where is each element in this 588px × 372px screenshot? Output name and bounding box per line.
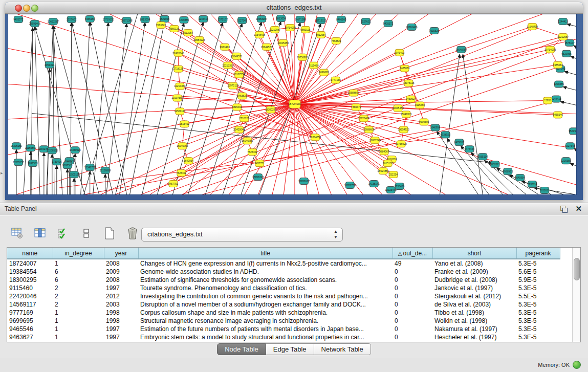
graph-node[interactable]: 15649571 bbox=[231, 53, 242, 59]
select-column-icon[interactable] bbox=[33, 227, 48, 240]
graph-node[interactable]: 16524851 bbox=[378, 168, 389, 174]
column-header-title[interactable]: title bbox=[138, 248, 393, 259]
graph-node[interactable]: 16046756 bbox=[177, 143, 188, 149]
graph-node[interactable]: 13975115 bbox=[227, 82, 238, 89]
graph-node[interactable]: 7663822 bbox=[331, 37, 341, 44]
graph-node[interactable]: 13505155 bbox=[69, 171, 80, 178]
column-header-pagerank[interactable]: pagerank bbox=[516, 248, 560, 259]
graph-node[interactable]: 19384554 bbox=[310, 134, 321, 141]
graph-node[interactable]: 7832621 bbox=[539, 187, 550, 194]
graph-node[interactable]: 10688609 bbox=[363, 126, 375, 133]
graph-node[interactable]: 15649571 bbox=[261, 43, 272, 50]
graph-node[interactable]: 12213363 bbox=[174, 83, 185, 90]
table-row[interactable]: 1830029562008Estimation of significance … bbox=[7, 276, 560, 284]
column-header-year[interactable]: year bbox=[104, 248, 138, 259]
graph-node[interactable]: 1575107 bbox=[218, 16, 228, 23]
graph-node[interactable]: 25205150 bbox=[11, 143, 22, 149]
graph-node[interactable]: 16671388 bbox=[121, 17, 133, 24]
graph-node[interactable]: 21156869 bbox=[25, 145, 36, 151]
graph-node[interactable]: 8912954 bbox=[316, 31, 326, 38]
graph-node[interactable]: 7832621 bbox=[490, 161, 500, 168]
graph-node[interactable]: 9973493 bbox=[220, 43, 230, 50]
graph-node[interactable]: 22420046 bbox=[172, 50, 184, 56]
graph-node[interactable]: 12212987 bbox=[557, 33, 569, 40]
graph-node[interactable]: 8466160 bbox=[336, 16, 346, 23]
graph-node[interactable]: 9097583 bbox=[62, 162, 73, 169]
graph-node[interactable]: 10958107 bbox=[298, 178, 310, 185]
tab-node-table[interactable]: Node Table bbox=[217, 343, 266, 355]
tab-edge-table[interactable]: Edge Table bbox=[266, 343, 314, 355]
graph-node[interactable]: 18807249 bbox=[369, 137, 381, 144]
graph-node[interactable]: 1527602 bbox=[361, 18, 371, 25]
graph-node[interactable]: 10025453 bbox=[277, 39, 289, 46]
graph-node[interactable]: 9660125 bbox=[300, 26, 311, 33]
graph-node[interactable]: 9815492 bbox=[232, 104, 243, 111]
graph-node[interactable]: 9405572 bbox=[13, 16, 24, 23]
graph-node[interactable]: 1209385 bbox=[554, 81, 564, 87]
graph-node[interactable]: 22420046 bbox=[233, 126, 245, 133]
table-row[interactable]: 911546021997Tourette syndrome. Phenomeno… bbox=[7, 284, 560, 292]
graph-node[interactable]: 21156869 bbox=[100, 167, 111, 174]
graph-node[interactable]: 20206535 bbox=[47, 147, 58, 154]
graph-node[interactable]: 19734093 bbox=[285, 24, 296, 31]
graph-node[interactable]: 9777169 bbox=[331, 77, 341, 83]
graph-node[interactable]: 10107554 bbox=[233, 71, 245, 78]
graph-node[interactable]: 9227343 bbox=[565, 143, 575, 149]
graph-node[interactable]: 1640954 bbox=[515, 174, 526, 181]
graph-node[interactable]: 11548408 bbox=[254, 31, 265, 38]
graph-node[interactable]: 9660125 bbox=[169, 25, 180, 32]
graph-node[interactable]: 13505155 bbox=[13, 159, 24, 166]
graph-node[interactable]: 1244413 bbox=[551, 96, 561, 102]
graph-node[interactable]: 2718126 bbox=[173, 65, 184, 72]
graph-node[interactable]: 1615132 bbox=[383, 160, 393, 167]
graph-node[interactable]: 9699695 bbox=[319, 69, 329, 76]
close-panel-icon[interactable]: ✕ bbox=[575, 204, 582, 213]
graph-node[interactable]: 9405572 bbox=[383, 20, 394, 27]
graph-node[interactable]: 2935114 bbox=[528, 181, 537, 188]
graph-node[interactable]: 7663822 bbox=[156, 21, 166, 28]
graph-node[interactable]: 1209385 bbox=[179, 16, 189, 23]
graph-node[interactable]: 9529966 bbox=[160, 15, 170, 22]
graph-node[interactable]: 9815492 bbox=[180, 121, 190, 127]
graph-node[interactable]: 1209385 bbox=[561, 158, 571, 164]
graph-node[interactable]: 7485083 bbox=[553, 61, 563, 68]
graph-node[interactable]: 16782759 bbox=[344, 182, 356, 189]
collapse-arrow-icon[interactable]: ▸ bbox=[1, 170, 3, 176]
citation-network-graph[interactable]: 9405572206914061065328715276028466160107… bbox=[8, 14, 576, 194]
graph-node[interactable]: 8813054 bbox=[140, 16, 150, 23]
column-header-short[interactable]: short bbox=[432, 248, 516, 259]
graph-node[interactable]: 16648784 bbox=[455, 46, 467, 53]
graph-node[interactable]: 8466160 bbox=[85, 15, 95, 22]
graph-node[interactable]: 9457751 bbox=[254, 160, 265, 167]
graph-node[interactable]: 19654923 bbox=[193, 36, 205, 43]
graph-node[interactable]: 9457751 bbox=[168, 181, 179, 187]
graph-node[interactable]: 13975115 bbox=[403, 80, 415, 86]
graph-node[interactable]: 19756928 bbox=[396, 141, 407, 147]
graph-node[interactable]: 7386372 bbox=[351, 104, 361, 111]
graph-node[interactable]: 9097583 bbox=[28, 160, 38, 167]
graph-node[interactable]: 18724007 bbox=[288, 100, 302, 108]
graph-node[interactable]: 14569117 bbox=[175, 108, 186, 115]
column-header-in_degree[interactable]: in_degree bbox=[53, 248, 104, 259]
graph-node[interactable]: 1733426 bbox=[395, 183, 405, 190]
new-table-icon[interactable] bbox=[102, 227, 117, 240]
column-header-out_de[interactable]: △out_de... bbox=[393, 248, 432, 259]
graph-node[interactable]: 10653287 bbox=[48, 18, 59, 25]
graph-node[interactable]: 10653287 bbox=[256, 15, 267, 22]
graph-node[interactable]: 17957223 bbox=[252, 174, 264, 181]
delete-rows-trash-icon[interactable] bbox=[125, 227, 140, 240]
graph-node[interactable]: 7485083 bbox=[400, 65, 410, 72]
graph-node[interactable]: 15649571 bbox=[401, 111, 412, 118]
graph-node[interactable]: 20691406 bbox=[406, 24, 418, 30]
graph-node[interactable]: 9884067 bbox=[379, 148, 389, 155]
table-row[interactable]: 969969511998Structural magnetic resonanc… bbox=[7, 317, 560, 325]
graph-node[interactable]: 16046756 bbox=[242, 138, 253, 144]
table-row[interactable]: 1938455462009Genome-wide association stu… bbox=[7, 268, 560, 276]
float-window-icon[interactable] bbox=[560, 206, 568, 212]
graph-node[interactable]: 16671388 bbox=[295, 16, 306, 23]
tab-network-table[interactable]: Network Table bbox=[314, 343, 371, 355]
graph-node[interactable]: 7625402 bbox=[177, 170, 187, 177]
memory-status-icon[interactable] bbox=[573, 361, 581, 369]
scrollbar-thumb[interactable] bbox=[574, 258, 580, 280]
graph-node[interactable]: 15958 bbox=[543, 97, 552, 104]
